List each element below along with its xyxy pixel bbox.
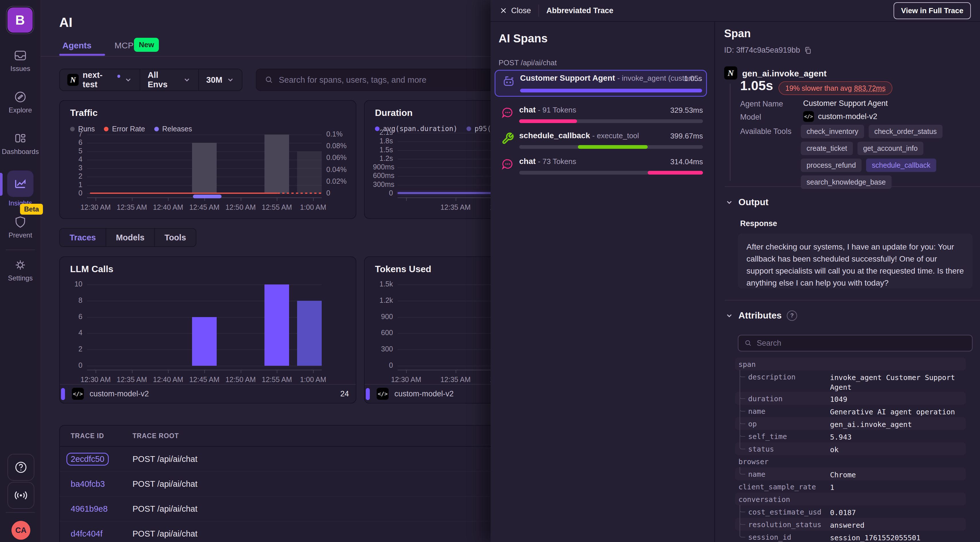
sidebar-item-dashboards[interactable]: Dashboards (0, 132, 41, 156)
help-button[interactable] (8, 454, 34, 481)
span-item-duration: 399.67ms (670, 132, 703, 140)
chart-bar[interactable] (192, 317, 217, 366)
user-menu-button[interactable]: CA (8, 517, 34, 542)
y-axis-right-tick-label: 0.02% (326, 177, 347, 186)
span-list-item[interactable]: schedule_callback - execute_tool399.67ms (495, 128, 707, 152)
close-button[interactable]: Close (500, 6, 531, 15)
attribute-row[interactable]: cost_estimate_usd0.0187 (735, 505, 966, 518)
org-logo[interactable]: B (8, 8, 33, 33)
attribute-key: op (748, 420, 757, 428)
attribute-row[interactable]: descriptioninvoke_agent Customer Support… (735, 370, 966, 392)
trace-id-link[interactable]: d4fc404f (71, 529, 102, 538)
tab-models[interactable]: Models (106, 229, 155, 246)
search-icon (264, 75, 274, 84)
help-circle-icon[interactable]: ? (787, 310, 797, 321)
y-axis-tick-label: 1.5k (373, 280, 393, 288)
copy-icon[interactable] (804, 46, 812, 54)
chart-bar[interactable] (297, 151, 322, 194)
attribute-row[interactable]: nameChrome (735, 467, 966, 480)
chart-bar[interactable] (297, 301, 322, 366)
tab-mcp[interactable]: MCP (115, 41, 134, 50)
tool-chip[interactable]: get_account_info (858, 141, 923, 155)
tool-chip[interactable]: check_order_status (869, 125, 942, 138)
code-model-icon: </> (803, 111, 814, 122)
chart-bar[interactable] (192, 143, 217, 194)
tool-chip[interactable]: schedule_callback (866, 159, 936, 172)
sidebar-item-insights[interactable]: Insights (0, 170, 41, 207)
span-item-meta: - execute_tool (592, 131, 639, 140)
x-axis-tick (313, 370, 314, 373)
trace-id-link[interactable]: 2ecdfc50 (67, 453, 109, 466)
x-axis-tick (456, 197, 456, 201)
attributes-search-input[interactable]: Search (738, 335, 972, 351)
attribute-key: self_time (748, 432, 787, 441)
time-range-selector[interactable]: 30M (199, 69, 242, 91)
attribute-group-row[interactable]: browser (735, 455, 966, 467)
span-list-item[interactable]: Customer Support Agent - invoke_agent (c… (495, 70, 707, 97)
sidebar-item-settings[interactable]: Settings (0, 258, 41, 282)
new-badge: New (134, 38, 159, 52)
attribute-row[interactable]: statusok (735, 442, 966, 455)
column-header-trace-id[interactable]: TRACE ID (60, 432, 132, 440)
attributes-section-header[interactable]: Attributes ? (725, 310, 797, 321)
tool-chip[interactable]: process_refund (801, 159, 862, 172)
trace-id-link[interactable]: 4961b9e8 (71, 504, 108, 513)
tool-chip[interactable]: create_ticket (801, 141, 853, 155)
y-axis-tick-label: 0 (373, 189, 393, 197)
attribute-group-row[interactable]: conversation (735, 493, 966, 505)
x-axis-tick-label: 1:00 AM (290, 203, 336, 211)
tab-agents[interactable]: Agents (62, 41, 92, 50)
insights-chart-icon (7, 170, 33, 197)
y-axis-tick-label: 4 (62, 155, 83, 164)
tab-tools[interactable]: Tools (155, 229, 196, 246)
time-range-value: 30M (206, 75, 223, 85)
header-divider (538, 5, 539, 17)
sidebar-item-explore[interactable]: Explore (0, 90, 41, 114)
view-full-trace-button[interactable]: View in Full Trace (894, 2, 971, 19)
environment-selector[interactable]: All Envs (140, 69, 199, 91)
llm-chart-footer[interactable]: </> custom-model-v2 24 (60, 384, 356, 403)
trace-id-link[interactable]: ba40fcb3 (71, 479, 105, 488)
y-axis-tick-label: 1.5s (373, 146, 393, 154)
column-header-trace-root[interactable]: TRACE ROOT (132, 432, 179, 440)
sidebar-item-issues[interactable]: Issues (0, 49, 41, 73)
trace-id-cell[interactable]: d4fc404f (60, 529, 132, 539)
sidebar-item-label: Settings (8, 274, 33, 282)
sidebar-item-prevent[interactable]: Prevent (0, 215, 41, 239)
section-divider (725, 300, 980, 300)
attribute-row[interactable]: opgen_ai.invoke_agent (735, 417, 966, 430)
x-axis-tick (168, 197, 169, 201)
tree-connector (740, 467, 745, 474)
page-title: AI (59, 14, 72, 30)
span-list-item[interactable]: chat - 91 Tokens329.53ms (495, 102, 707, 127)
trace-id-cell[interactable]: 2ecdfc50 (60, 453, 132, 466)
y-axis-tick-label: 2 (62, 345, 83, 353)
trace-id-cell[interactable]: 4961b9e8 (60, 504, 132, 514)
attribute-row[interactable]: resolution_statusanswered (735, 518, 966, 531)
tab-traces[interactable]: Traces (60, 229, 106, 246)
trace-id-cell[interactable]: ba40fcb3 (60, 479, 132, 489)
attribute-value: gen_ai.invoke_agent (830, 420, 966, 429)
span-list-item[interactable]: chat - 73 Tokens314.04ms (495, 154, 707, 178)
traffic-chart-card: Traffic Runs Error Rate Releases 7654321… (59, 100, 356, 219)
chart-bar[interactable] (264, 135, 289, 194)
attribute-row[interactable]: duration1049 (735, 392, 966, 405)
output-section-header[interactable]: Output (725, 197, 768, 207)
attribute-value: 1049 (830, 395, 966, 404)
broadcast-button[interactable] (8, 482, 34, 509)
attribute-key: conversation (738, 495, 790, 504)
y-axis-tick-label: 900ms (373, 163, 393, 171)
x-axis-tick (456, 370, 456, 373)
attribute-row[interactable]: nameGenerative AI agent operation (735, 405, 966, 417)
y-axis-tick-label: 6 (62, 138, 83, 146)
chart-bar[interactable] (264, 285, 289, 366)
drawer-title: Abbreviated Trace (546, 6, 613, 15)
attribute-row[interactable]: self_time5.943 (735, 430, 966, 442)
attribute-group-row[interactable]: span (735, 358, 966, 370)
tool-chip[interactable]: check_inventory (801, 125, 864, 138)
project-selector[interactable]: N next-test (60, 69, 140, 91)
release-marker[interactable] (193, 195, 221, 198)
attribute-row[interactable]: session_idsession_1761552055501 (735, 531, 966, 542)
broadcast-icon (13, 488, 28, 503)
attribute-row[interactable]: client_sample_rate1 (735, 480, 966, 493)
